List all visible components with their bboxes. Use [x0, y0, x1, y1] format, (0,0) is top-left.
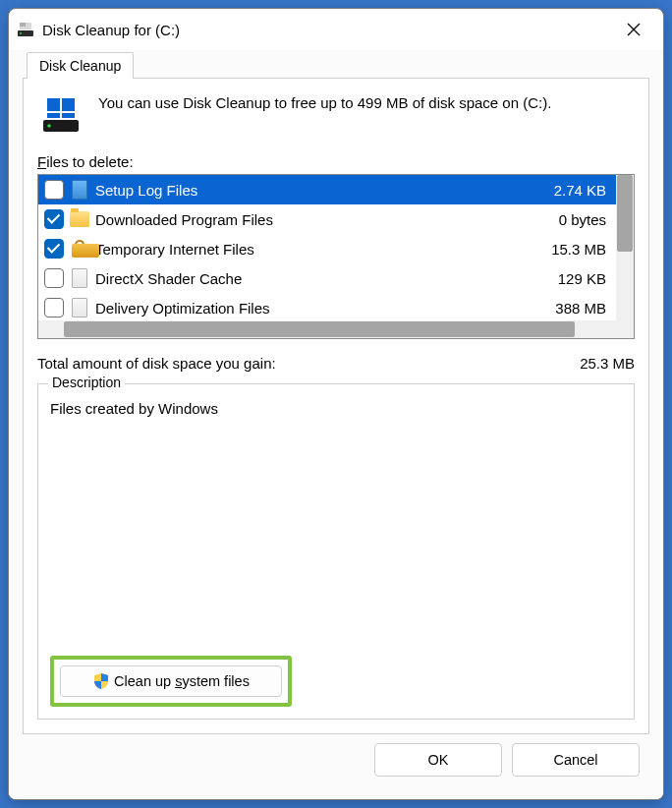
file-list-rows: Setup Log Files 2.74 KB Downloaded Progr… [38, 175, 616, 320]
total-label: Total amount of disk space you gain: [37, 355, 580, 372]
disk-cleanup-icon [17, 21, 34, 38]
highlight-annotation: Clean up system files [50, 656, 292, 707]
list-item[interactable]: Setup Log Files 2.74 KB [38, 175, 616, 204]
svg-point-4 [47, 124, 51, 128]
total-value: 25.3 MB [580, 355, 635, 372]
description-text: Files created by Windows [50, 400, 622, 648]
checkbox[interactable] [44, 180, 64, 200]
svg-rect-5 [47, 98, 60, 111]
file-size: 15.3 MB [551, 241, 606, 258]
intro-row: You can use Disk Cleanup to free up to 4… [37, 90, 635, 138]
dialog-body: Disk Cleanup You can use Disk Cleanup to… [9, 50, 663, 799]
drive-icon [39, 94, 83, 138]
scrollbar-thumb[interactable] [64, 321, 575, 337]
file-icon [70, 180, 89, 200]
scrollbar-thumb[interactable] [617, 175, 633, 252]
close-button[interactable] [612, 15, 655, 44]
file-icon [70, 268, 89, 288]
dialog-footer: OK Cancel [23, 734, 649, 785]
checkbox[interactable] [44, 239, 64, 259]
total-row: Total amount of disk space you gain: 25.… [37, 355, 635, 372]
intro-text: You can use Disk Cleanup to free up to 4… [98, 90, 551, 114]
file-name: Setup Log Files [95, 182, 554, 199]
file-size: 388 MB [555, 300, 606, 317]
tab-disk-cleanup[interactable]: Disk Cleanup [27, 52, 134, 79]
titlebar: Disk Cleanup for (C:) [9, 9, 663, 50]
disk-cleanup-window: Disk Cleanup for (C:) Disk Cleanup [8, 8, 664, 800]
svg-rect-8 [62, 113, 75, 118]
clean-up-system-files-button[interactable]: Clean up system files [60, 665, 282, 697]
file-size: 0 bytes [559, 211, 606, 228]
files-to-delete-label: Files to delete: [37, 153, 635, 170]
horizontal-scrollbar[interactable] [38, 320, 634, 338]
tab-panel: You can use Disk Cleanup to free up to 4… [23, 78, 649, 734]
ok-button[interactable]: OK [374, 743, 502, 777]
file-name: DirectX Shader Cache [95, 270, 558, 287]
svg-rect-7 [47, 113, 60, 118]
list-item[interactable]: Temporary Internet Files 15.3 MB [38, 234, 616, 263]
file-name: Delivery Optimization Files [95, 300, 555, 317]
vertical-scrollbar[interactable] [616, 175, 634, 320]
list-item[interactable]: Delivery Optimization Files 388 MB [38, 293, 616, 320]
file-list: Setup Log Files 2.74 KB Downloaded Progr… [37, 174, 635, 339]
file-icon [70, 298, 89, 317]
list-item[interactable]: Downloaded Program Files 0 bytes [38, 204, 616, 234]
shield-icon [92, 672, 110, 690]
checkbox[interactable] [44, 298, 64, 317]
tab-strip: Disk Cleanup [27, 50, 649, 78]
folder-icon [70, 209, 89, 229]
button-label: Clean up system files [114, 673, 250, 689]
file-size: 129 KB [558, 270, 606, 287]
file-name: Temporary Internet Files [95, 241, 551, 258]
file-size: 2.74 KB [554, 182, 606, 199]
svg-rect-6 [62, 98, 75, 111]
list-item[interactable]: DirectX Shader Cache 129 KB [38, 263, 616, 293]
svg-point-1 [20, 32, 22, 34]
lock-icon [70, 239, 89, 259]
window-title: Disk Cleanup for (C:) [42, 22, 612, 38]
description-group: Description Files created by Windows Cle… [37, 383, 635, 720]
checkbox[interactable] [44, 209, 64, 229]
description-legend: Description [48, 375, 125, 390]
file-name: Downloaded Program Files [95, 211, 559, 228]
cancel-button[interactable]: Cancel [512, 743, 640, 777]
checkbox[interactable] [44, 268, 64, 288]
